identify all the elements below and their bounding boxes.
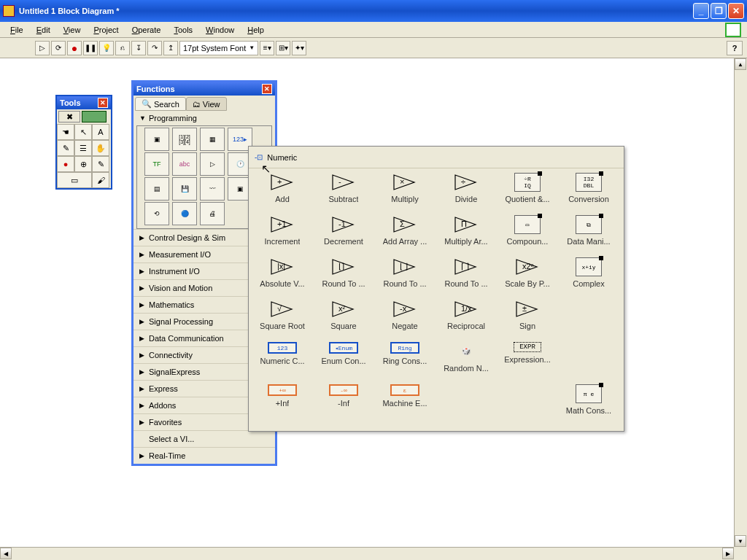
color-tool[interactable]: ▭ [57, 172, 92, 188]
vi-icon[interactable] [725, 23, 741, 37]
step-over-button[interactable]: ↷ [147, 41, 162, 55]
numeric-palette-item[interactable]: +∞+Inf [252, 384, 313, 427]
align-button[interactable]: ≡▾ [260, 41, 274, 55]
functions-category-item[interactable]: ▶Real-Time [133, 447, 275, 464]
waveform-subpalette[interactable]: 〰 [200, 177, 225, 201]
numeric-palette-item[interactable]: ΠMultiply Ar... [436, 215, 497, 257]
scroll-right-button[interactable]: ▶ [722, 548, 734, 559]
numeric-palette-item[interactable]: -xNegate [374, 300, 436, 342]
functions-palette-header[interactable]: Functions ✕ [133, 82, 275, 96]
text-tool[interactable]: A [92, 124, 109, 140]
retain-wire-button[interactable]: ⎌ [115, 41, 130, 55]
numeric-palette-item[interactable]: ⌈ ⌉Round To ... [436, 257, 497, 300]
functions-category-item[interactable]: ▶Select a VI... [133, 430, 275, 447]
font-selector[interactable]: 17pt System Font ▼ [179, 41, 258, 55]
graphics-subpalette[interactable]: 🔵 [172, 202, 197, 225]
numeric-palette-item[interactable]: ×Multiply [374, 173, 436, 215]
numeric-palette-item[interactable]: -Subtract [313, 173, 374, 215]
tools-palette[interactable]: Tools ✕ ✖ ☚ ↖ A ✎ ☰ ✋ ● ⊕ ✎ ▭ 🖌 [55, 95, 112, 190]
programming-category-header[interactable]: ▼ Programming [133, 111, 275, 125]
numeric-palette-item[interactable]: -∞-Inf [313, 384, 374, 427]
numeric-palette-item[interactable]: x2ⁿScale By P... [497, 257, 558, 300]
functions-palette-close-button[interactable]: ✕ [262, 84, 272, 94]
pause-button[interactable]: ❚❚ [83, 41, 98, 55]
menu-tools[interactable]: Tools [168, 24, 198, 36]
string-subpalette[interactable]: abc [172, 152, 197, 176]
scroll-tool[interactable]: ✋ [92, 140, 109, 156]
breakpoint-tool[interactable]: ● [57, 156, 74, 172]
menu-file[interactable]: File [4, 24, 29, 36]
run-button[interactable]: ▷ [35, 41, 50, 55]
numeric-palette-item[interactable]: 123Numeric C... [252, 342, 313, 384]
step-into-button[interactable]: ↧ [131, 41, 146, 55]
numeric-palette-item[interactable]: RingRing Cons... [374, 342, 436, 384]
numeric-palette-item[interactable]: ±Sign [497, 300, 558, 342]
tools-palette-header[interactable]: Tools ✕ [57, 96, 111, 109]
numeric-palette-item[interactable]: √Square Root [252, 300, 313, 342]
window-minimize-button[interactable]: _ [693, 3, 709, 19]
dialog-subpalette[interactable]: ▤ [144, 177, 169, 201]
numeric-palette-item[interactable]: -1Decrement [313, 215, 374, 257]
array-subpalette[interactable]: [1][2][3][4] [172, 128, 197, 151]
menu-help[interactable]: Help [241, 24, 270, 36]
numeric-palette-item[interactable]: x+iyComplex [558, 257, 619, 300]
run-continuous-button[interactable]: ⟳ [51, 41, 66, 55]
numeric-palette-item[interactable]: |x|Absolute V... [252, 257, 313, 300]
window-close-button[interactable]: ✕ [728, 3, 744, 19]
vertical-scrollbar[interactable]: ▲ ▼ [734, 58, 747, 547]
numeric-palette-item[interactable]: ΣAdd Array ... [374, 215, 436, 257]
comparison-subpalette[interactable]: ▷ [200, 152, 225, 176]
menu-edit[interactable]: Edit [31, 24, 56, 36]
numeric-palette-item[interactable]: 1/xReciprocal [436, 300, 497, 342]
numeric-palette-item[interactable]: ÷R IQQuotient &... [497, 173, 558, 215]
step-out-button[interactable]: ↥ [163, 41, 178, 55]
operate-tool[interactable]: ☚ [57, 124, 74, 140]
report-subpalette[interactable]: 🖨 [200, 202, 225, 225]
numeric-palette-item[interactable]: I32 DBLConversion [558, 173, 619, 215]
numeric-palette-item[interactable]: π eMath Cons... [558, 384, 619, 427]
position-tool[interactable]: ↖ [74, 124, 92, 140]
color-brush-tool[interactable]: 🖌 [92, 172, 109, 188]
functions-search-tab[interactable]: 🔍 Search [135, 97, 186, 111]
numeric-palette-item[interactable]: ▭Compoun... [497, 215, 558, 257]
numeric-palette-item[interactable]: +Add [252, 173, 313, 215]
structures-subpalette[interactable]: ▣ [144, 128, 169, 151]
menu-project[interactable]: Project [88, 24, 124, 36]
context-help-button[interactable]: ? [727, 41, 743, 55]
numeric-palette-item[interactable]: +1Increment [252, 215, 313, 257]
abort-button[interactable]: ● [67, 41, 82, 55]
menu-operate[interactable]: Operate [126, 24, 167, 36]
shortcut-menu-tool[interactable]: ☰ [74, 140, 92, 156]
boolean-subpalette[interactable]: TF [144, 152, 169, 176]
distribute-button[interactable]: ⊞▾ [276, 41, 290, 55]
tools-palette-close-button[interactable]: ✕ [98, 98, 108, 108]
numeric-palette-item[interactable]: 🎲Random N... [436, 342, 497, 384]
cleanup-button[interactable]: ✦▾ [292, 41, 306, 55]
numeric-palette-item[interactable]: ◂EnumEnum Con... [313, 342, 374, 384]
scroll-down-button[interactable]: ▼ [735, 535, 746, 547]
cluster-subpalette[interactable]: ▦ [200, 128, 225, 151]
numeric-palette-item[interactable]: ⧉Data Mani... [558, 215, 619, 257]
auto-tool-icon[interactable]: ✖ [58, 111, 80, 122]
numeric-subpalette-flyout[interactable]: -⊡ Numeric +Add-Subtract×Multiply÷Divide… [248, 146, 624, 432]
color-copy-tool[interactable]: ✎ [92, 156, 109, 172]
horizontal-scrollbar[interactable]: ◀ ▶ [0, 547, 734, 560]
auto-tool-led[interactable] [82, 111, 107, 122]
pin-icon[interactable]: -⊡ [255, 153, 263, 161]
numeric-palette-item[interactable]: x²Square [313, 300, 374, 342]
window-maximize-button[interactable]: ❐ [711, 3, 727, 19]
highlight-exec-button[interactable]: 💡 [99, 41, 114, 55]
wiring-tool[interactable]: ✎ [57, 140, 74, 156]
sync-subpalette[interactable]: ⟲ [144, 202, 169, 225]
fileio-subpalette[interactable]: 💾 [172, 177, 197, 201]
numeric-palette-item[interactable]: ⌊ ⌋Round To ... [374, 257, 436, 300]
numeric-palette-item[interactable]: ÷Divide [436, 173, 497, 215]
menu-view[interactable]: View [58, 24, 87, 36]
scroll-left-button[interactable]: ◀ [0, 548, 12, 559]
scroll-up-button[interactable]: ▲ [735, 58, 746, 70]
probe-tool[interactable]: ⊕ [74, 156, 92, 172]
numeric-palette-item[interactable]: EXPRExpression... [497, 342, 558, 384]
numeric-palette-item[interactable]: εMachine E... [374, 384, 436, 427]
functions-view-tab[interactable]: 🗂 View [186, 97, 227, 111]
menu-window[interactable]: Window [200, 24, 240, 36]
